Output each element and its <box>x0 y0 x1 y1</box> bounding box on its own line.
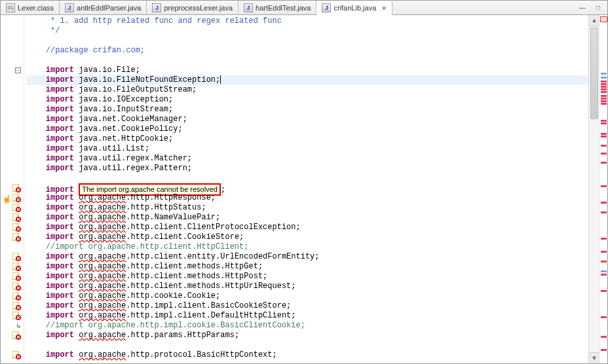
overview-error-mark[interactable] <box>601 153 607 155</box>
code-line[interactable]: import org.apache.http.impl.client.Defau… <box>27 311 588 321</box>
code-line[interactable]: import org.apache.http.NameValuePair; <box>27 213 588 223</box>
overview-error-mark[interactable] <box>601 185 607 187</box>
overview-error-mark[interactable] <box>601 103 607 105</box>
code-scroll-area[interactable]: * 1. add http related func and regex rel… <box>24 15 588 363</box>
code-line[interactable]: import org.apache.http.client.ClientProt… <box>27 223 588 232</box>
overview-error-mark[interactable] <box>601 251 607 253</box>
editor-tab[interactable]: JpreprocessLexer.java <box>147 1 238 14</box>
java-file-icon: J <box>65 3 74 12</box>
code-line[interactable]: import The import org.apache cannot be r… <box>27 183 588 193</box>
error-marker-icon[interactable] <box>12 331 21 340</box>
overview-error-mark[interactable] <box>601 86 607 88</box>
overview-error-mark[interactable] <box>601 98 607 100</box>
overview-error-mark[interactable] <box>601 290 607 292</box>
error-marker-icon[interactable] <box>12 263 21 271</box>
overview-ruler[interactable] <box>599 15 607 363</box>
code-line[interactable]: import org.apache.http.impl.client.Basic… <box>27 301 588 311</box>
error-marker-icon[interactable] <box>12 282 21 291</box>
editor-tab[interactable]: JhartEddlTest.java <box>238 1 316 14</box>
code-line[interactable]: import java.util.regex.Pattern; <box>27 164 588 173</box>
overview-error-mark[interactable] <box>601 95 607 97</box>
overview-error-mark[interactable] <box>601 133 607 135</box>
editor-tab[interactable]: JantlrEddlParser.java <box>60 1 147 14</box>
code-line[interactable]: import java.io.InputStream; <box>27 105 588 115</box>
code-line[interactable]: import org.apache.http.cookie.Cookie; <box>27 291 588 301</box>
overview-error-mark[interactable] <box>601 274 607 276</box>
error-marker-icon[interactable] <box>12 302 21 310</box>
code-line[interactable]: import org.apache.http.client.CookieStor… <box>27 232 588 242</box>
code-line[interactable]: import java.util.List; <box>27 144 588 154</box>
scroll-thumb[interactable] <box>590 27 598 119</box>
code-line[interactable]: import java.net.HttpCookie; <box>27 134 588 144</box>
error-marker-icon[interactable] <box>12 312 21 320</box>
overview-error-mark[interactable] <box>601 261 607 263</box>
scroll-down-icon[interactable]: ▼ <box>589 352 599 363</box>
code-line[interactable]: import java.io.FileNotFoundException; <box>27 75 588 85</box>
error-marker-icon[interactable] <box>12 194 21 202</box>
code-line[interactable]: import org.apache.http.HttpStatus; <box>27 203 588 213</box>
overview-error-mark[interactable] <box>601 202 607 204</box>
code-line[interactable]: import org.apache.http.protocol.BasicHtt… <box>27 350 588 360</box>
code-line[interactable]: //import org.apache.http.impl.cookie.Bas… <box>27 321 588 331</box>
code-line[interactable] <box>27 56 588 65</box>
error-marker-icon[interactable] <box>12 213 21 222</box>
overview-error-mark[interactable] <box>601 120 607 122</box>
error-marker-icon[interactable] <box>12 204 21 212</box>
overview-error-mark[interactable] <box>601 145 607 147</box>
code-line[interactable]: import org.apache.http.HttpResponse; <box>27 193 588 203</box>
overview-info-mark[interactable] <box>601 73 607 75</box>
error-marker-icon[interactable] <box>12 223 21 232</box>
code-line[interactable]: //import org.apache.http.client.HttpClie… <box>27 242 588 252</box>
code-line[interactable]: import org.apache.http.params.HttpParams… <box>27 331 588 340</box>
overview-error-mark[interactable] <box>601 136 607 137</box>
error-marker-icon[interactable] <box>12 292 21 300</box>
overview-info-mark[interactable] <box>601 270 607 272</box>
code-line[interactable]: import java.net.CookiePolicy; <box>27 124 588 134</box>
overview-error-mark[interactable] <box>601 162 607 164</box>
overview-error-summary[interactable] <box>600 16 607 22</box>
editor-tab[interactable]: 01Lexer.class <box>1 1 60 14</box>
overview-error-mark[interactable] <box>601 81 607 82</box>
editor-tab[interactable]: JcrifanLib.java✕ <box>316 1 392 15</box>
quickfix-arrow-icon[interactable]: ↳ <box>16 322 21 329</box>
overview-error-mark[interactable] <box>601 91 607 93</box>
minimize-button[interactable]: — <box>577 3 588 12</box>
error-marker-icon[interactable] <box>12 184 21 192</box>
error-marker-icon[interactable] <box>12 233 21 242</box>
overview-error-mark[interactable] <box>601 100 607 102</box>
code-line[interactable] <box>27 173 588 183</box>
overview-error-mark[interactable] <box>601 349 607 351</box>
code-line[interactable]: import java.net.CookieManager; <box>27 115 588 124</box>
code-line[interactable]: import java.io.IOException; <box>27 95 588 105</box>
code-line[interactable]: //package crifan.com; <box>27 46 588 56</box>
error-marker-icon[interactable] <box>12 272 21 281</box>
code-line[interactable] <box>27 36 588 46</box>
error-marker-icon[interactable] <box>12 253 21 261</box>
overview-error-mark[interactable] <box>601 83 607 85</box>
code-line[interactable]: import org.apache.http.client.methods.Ht… <box>27 262 588 272</box>
error-marker-icon[interactable] <box>12 351 21 359</box>
overview-error-mark[interactable] <box>601 88 607 90</box>
overview-error-mark[interactable] <box>601 211 607 213</box>
close-icon[interactable]: ✕ <box>381 5 387 12</box>
overview-error-mark[interactable] <box>601 122 607 124</box>
code-line[interactable]: * 1. add http related func and regex rel… <box>27 16 588 26</box>
code-line[interactable]: */ <box>27 26 588 36</box>
overview-error-mark[interactable] <box>601 336 607 338</box>
vertical-scrollbar[interactable]: ▲ ▼ <box>588 15 599 363</box>
scroll-up-icon[interactable]: ▲ <box>589 15 599 26</box>
code-line[interactable]: import org.apache.http.client.entity.Url… <box>27 252 588 262</box>
code-content[interactable]: * 1. add http related func and regex rel… <box>24 15 588 360</box>
maximize-button[interactable]: □ <box>593 3 603 12</box>
overview-error-mark[interactable] <box>601 238 607 240</box>
code-line[interactable]: import java.util.regex.Matcher; <box>27 154 588 164</box>
overview-error-mark[interactable] <box>601 316 607 318</box>
fold-collapse-icon[interactable]: − <box>15 67 21 73</box>
code-line[interactable]: import java.io.File; <box>27 65 588 75</box>
overview-info-mark[interactable] <box>601 77 607 79</box>
code-line[interactable]: import org.apache.http.client.methods.Ht… <box>27 282 588 291</box>
code-line[interactable] <box>27 340 588 350</box>
scroll-track[interactable] <box>589 26 599 352</box>
code-line[interactable]: import java.io.FileOutputStream; <box>27 85 588 95</box>
code-line[interactable]: import org.apache.http.client.methods.Ht… <box>27 272 588 282</box>
